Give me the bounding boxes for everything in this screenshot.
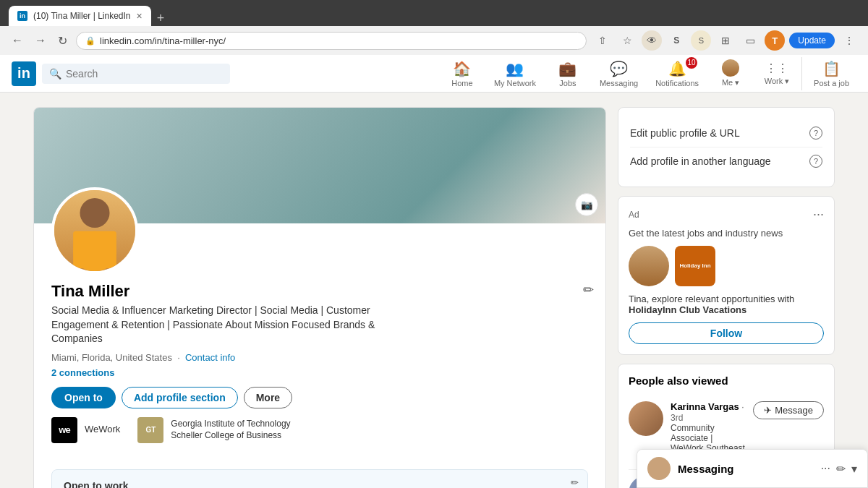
messaging-options-button[interactable]: ··· bbox=[821, 462, 830, 475]
ad-options-button[interactable]: ··· bbox=[813, 207, 824, 222]
edit-public-profile-label: Edit public profile & URL bbox=[630, 127, 740, 139]
share-icon[interactable]: ⇧ bbox=[592, 30, 613, 51]
camera-icon: 📷 bbox=[581, 200, 593, 210]
menu-icon[interactable]: ⋮ bbox=[839, 30, 859, 51]
address-bar[interactable]: 🔒 linkedin.com/in/tina-miller-nyc/ bbox=[76, 32, 587, 50]
bookmark-icon[interactable]: ☆ bbox=[617, 30, 637, 51]
ad-message: Tina, explore relevant opportunities wit… bbox=[629, 294, 824, 315]
profile-links-card: Edit public profile & URL ? Add profile … bbox=[618, 107, 835, 187]
nav-post-job[interactable]: 📋 Post a job bbox=[801, 57, 856, 90]
connections-link[interactable]: 2 connections bbox=[51, 367, 588, 378]
profile-location: Miami, Florida, United States · Contact … bbox=[51, 352, 588, 363]
gatech-name: Georgia Institute of Technology Scheller… bbox=[171, 419, 315, 441]
linkedin-logo[interactable]: in bbox=[12, 61, 36, 86]
nav-me[interactable]: Me ▾ bbox=[709, 56, 752, 90]
back-button[interactable]: ← bbox=[9, 33, 26, 48]
browser-toolbar: ← → ↻ 🔒 linkedin.com/in/tina-miller-nyc/… bbox=[0, 26, 868, 55]
update-button[interactable]: Update bbox=[789, 33, 835, 48]
extension-icon[interactable]: 👁 bbox=[642, 30, 662, 51]
linkedin-header: in 🔍 🏠 Home 👥 My Network 💼 Jobs 💬 Messag… bbox=[0, 55, 868, 93]
browser-tab[interactable]: in (10) Tina Miller | LinkedIn × bbox=[9, 6, 151, 26]
ad-message-prefix: Tina, explore relevant opportunities wit… bbox=[629, 294, 794, 304]
linkedin-logo-text: in bbox=[17, 65, 30, 82]
nav-post-job-label: Post a job bbox=[814, 79, 849, 87]
search-container[interactable]: 🔍 bbox=[42, 64, 230, 84]
add-profile-language-label: Add profile in another language bbox=[630, 155, 771, 167]
nav-messaging[interactable]: 💬 Messaging bbox=[592, 57, 645, 90]
profile-edit-button[interactable]: ✏ bbox=[583, 282, 594, 298]
avatar-image bbox=[54, 190, 135, 271]
people-also-viewed-title: People also viewed bbox=[629, 374, 824, 387]
new-tab-button[interactable]: + bbox=[151, 11, 171, 26]
network-icon: 👥 bbox=[506, 60, 524, 77]
browser-chrome: in (10) Tina Miller | LinkedIn × + ← → ↻… bbox=[0, 0, 868, 55]
edit-public-profile-link[interactable]: Edit public profile & URL ? bbox=[630, 119, 822, 147]
ad-follow-button[interactable]: Follow bbox=[629, 322, 824, 344]
svg-rect-2 bbox=[73, 231, 116, 268]
lock-icon: 🔒 bbox=[85, 36, 95, 46]
open-to-work-title: Open to work bbox=[64, 480, 576, 488]
nav-jobs[interactable]: 💼 Jobs bbox=[546, 57, 590, 90]
nav-work[interactable]: ⋮⋮ Work ▾ bbox=[755, 59, 799, 89]
nav-notifications[interactable]: 🔔 10 Notifications bbox=[648, 57, 706, 90]
nav-home[interactable]: 🏠 Home bbox=[441, 57, 484, 90]
extension3-icon[interactable]: S bbox=[691, 30, 711, 51]
messaging-bar[interactable]: Messaging ··· ✏ ▾ bbox=[637, 449, 868, 488]
ad-company-name: HolidayInn Club Vacations bbox=[629, 304, 746, 315]
banner-edit-button[interactable]: 📷 bbox=[575, 193, 598, 216]
profile-name: Tina Miller bbox=[51, 282, 588, 301]
experience-badges: we WeWork GT Georgia Institute of Techno… bbox=[51, 417, 588, 446]
forward-button[interactable]: → bbox=[32, 33, 49, 48]
add-profile-language-link[interactable]: Add profile in another language ? bbox=[630, 147, 822, 175]
profile-photo-area bbox=[51, 187, 138, 274]
ad-company-logo-text: Holiday Inn bbox=[678, 261, 712, 271]
ad-avatars: Holiday Inn bbox=[629, 246, 824, 286]
profile-card: 📷 bbox=[33, 107, 606, 488]
karinna-message-button[interactable]: ✈ Message bbox=[753, 401, 824, 419]
help-icon-2: ? bbox=[809, 155, 822, 168]
open-to-button[interactable]: Open to bbox=[51, 387, 116, 408]
cast-icon[interactable]: ▭ bbox=[740, 30, 760, 51]
nav-notifications-label: Notifications bbox=[655, 79, 699, 87]
gatech-badge[interactable]: GT Georgia Institute of Technology Schel… bbox=[137, 417, 315, 443]
home-icon: 🏠 bbox=[453, 60, 471, 77]
ad-card: Ad ··· Get the latest jobs and industry … bbox=[618, 196, 835, 355]
contact-info-link[interactable]: Contact info bbox=[185, 352, 235, 363]
messaging-header[interactable]: Messaging ··· ✏ ▾ bbox=[637, 450, 867, 487]
more-button[interactable]: More bbox=[244, 387, 292, 408]
nav-me-label: Me ▾ bbox=[722, 78, 739, 87]
extensions-icon[interactable]: ⊞ bbox=[715, 30, 736, 51]
profile-headline: Social Media & Influencer Marketing Dire… bbox=[51, 304, 399, 346]
messaging-user-avatar bbox=[647, 457, 671, 480]
messaging-collapse-button[interactable]: ▾ bbox=[851, 462, 857, 476]
notifications-icon: 🔔 bbox=[668, 60, 686, 77]
ad-label: Ad bbox=[629, 210, 639, 220]
work-icon: ⋮⋮ bbox=[765, 61, 788, 75]
main-nav: 🏠 Home 👥 My Network 💼 Jobs 💬 Messaging 🔔… bbox=[441, 56, 856, 90]
open-to-work-box: ✏ Open to work Senior Marketing Manager … bbox=[51, 469, 588, 488]
help-icon-1: ? bbox=[809, 127, 822, 140]
nav-jobs-label: Jobs bbox=[559, 79, 576, 87]
avatar-svg bbox=[54, 190, 135, 271]
tab-favicon: in bbox=[17, 11, 27, 21]
extension2-icon[interactable]: S bbox=[666, 30, 686, 51]
nav-work-label: Work ▾ bbox=[765, 77, 790, 86]
message-label: Message bbox=[775, 405, 813, 416]
messaging-icon: 💬 bbox=[610, 60, 628, 77]
search-input[interactable] bbox=[66, 68, 223, 80]
wework-logo: we bbox=[51, 417, 77, 443]
wework-badge[interactable]: we WeWork bbox=[51, 417, 120, 443]
messaging-actions: ··· ✏ ▾ bbox=[821, 462, 857, 476]
reload-button[interactable]: ↻ bbox=[55, 33, 70, 49]
add-profile-section-button[interactable]: Add profile section bbox=[122, 387, 238, 408]
jobs-icon: 💼 bbox=[558, 60, 576, 77]
nav-network[interactable]: 👥 My Network bbox=[487, 57, 543, 90]
me-avatar bbox=[722, 59, 739, 77]
profile-avatar bbox=[51, 187, 138, 274]
profile-info-section: ✏ Tina Miller Social Media & Influencer … bbox=[34, 276, 605, 461]
messaging-compose-button[interactable]: ✏ bbox=[836, 462, 846, 476]
tab-close-button[interactable]: × bbox=[137, 10, 142, 22]
open-to-work-edit-button[interactable]: ✏ bbox=[571, 477, 579, 488]
profile-avatar[interactable]: T bbox=[765, 30, 785, 51]
ad-promo-text: Get the latest jobs and industry news bbox=[629, 228, 824, 239]
